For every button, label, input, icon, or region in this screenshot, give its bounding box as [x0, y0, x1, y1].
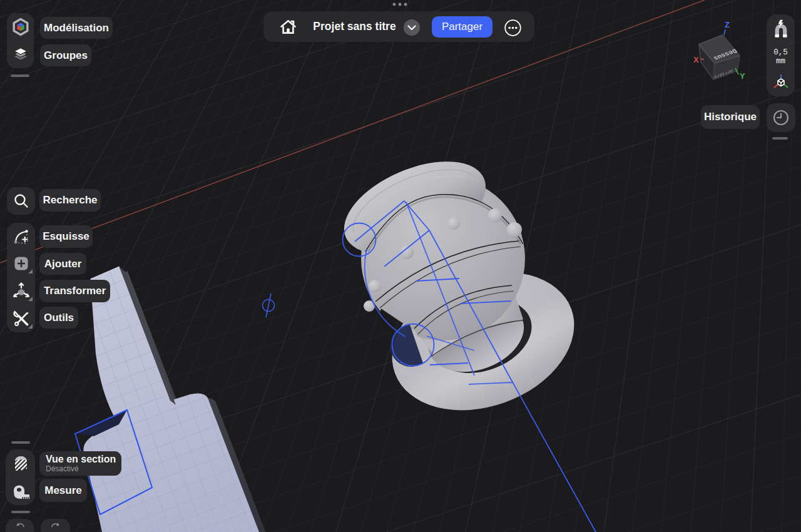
- svg-text:X: X: [693, 55, 699, 64]
- svg-text:Y: Y: [740, 71, 745, 81]
- svg-text:Z: Z: [725, 20, 730, 29]
